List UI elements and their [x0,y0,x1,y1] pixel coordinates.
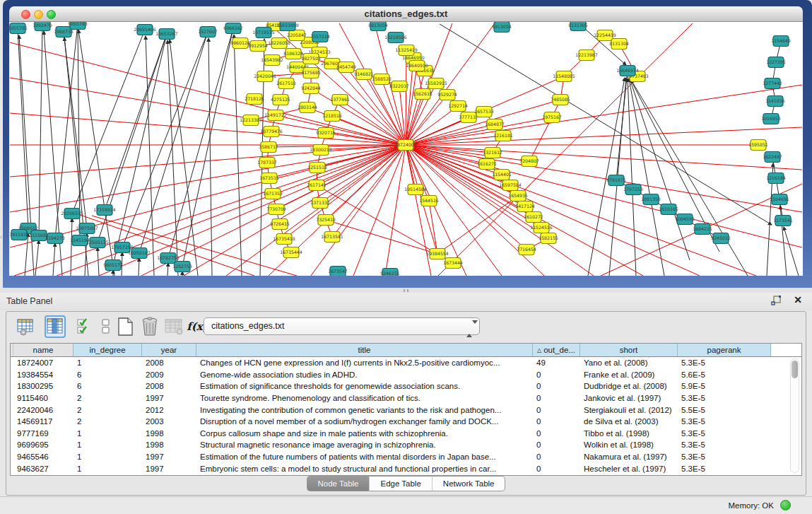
graph-node[interactable]: 7557224 [310,32,330,42]
graph-node[interactable]: 22420046 [254,71,276,82]
table-row[interactable]: 2242004622012Investigating the contribut… [11,404,801,416]
graph-node[interactable]: 3175685 [301,68,321,78]
graph-node[interactable]: 12213987 [575,50,598,61]
graph-node[interactable]: 9605177 [103,260,123,271]
column-header-out-degree[interactable]: △out_de... [533,344,580,356]
graph-node[interactable]: 6813054 [492,22,512,33]
graph-node[interactable]: 5417124 [515,201,535,212]
table-row[interactable]: 911546021997Tourette syndrome. Phenomeno… [11,392,801,404]
graph-node[interactable]: 1975167 [542,112,562,123]
float-panel-icon[interactable] [771,296,782,306]
graph-node[interactable]: 1292753 [172,262,192,272]
graph-node[interactable]: 11524516 [530,223,553,233]
graph-node[interactable]: 10719535 [252,28,275,38]
new-table-icon[interactable] [114,315,136,338]
graph-node[interactable]: 15582915 [425,78,447,89]
table-scrollbar[interactable] [790,358,799,473]
graph-node[interactable]: 1673547 [328,267,348,276]
node-table[interactable]: name in_degree year title △out_de... sho… [10,343,802,476]
graph-node[interactable]: 16713541 [321,232,343,243]
graph-node[interactable]: 11491722 [264,110,287,121]
graph-node[interactable]: 8131305 [568,22,588,31]
graph-node[interactable]: 16958107 [128,248,151,259]
graph-node[interactable]: 16646974 [616,66,639,76]
graph-node[interactable]: 8322037 [389,81,409,92]
graph-node[interactable]: 16543982 [261,55,283,66]
graph-node[interactable]: 1544516 [419,196,439,206]
table-row[interactable]: 977716911998Corpus callosum shape and si… [11,428,801,440]
graph-node[interactable]: 1016953 [761,114,781,124]
graph-node[interactable]: 1684877 [485,119,505,130]
graph-node[interactable]: 4275125 [271,95,290,105]
graph-node[interactable]: 1154849 [771,36,791,47]
row-height-icon[interactable] [95,315,117,338]
table-row[interactable]: 946554611997Estimation of the future num… [11,451,801,463]
graph-node[interactable]: 12213387 [240,115,262,126]
tab-network-table[interactable]: Network Table [432,476,506,491]
scrollbar-thumb[interactable] [792,361,798,378]
graph-node[interactable]: 1292714 [448,101,468,112]
graph-node[interactable]: 1616275 [477,159,497,170]
graph-node[interactable]: 9146821 [354,69,374,80]
graph-node[interactable]: 2617510 [276,78,296,89]
graph-node[interactable]: 17359924 [93,205,116,216]
graph-node[interactable]: 7325418 [316,215,336,226]
show-column-icon[interactable] [45,315,66,338]
graph-node[interactable]: 12505135 [86,238,109,248]
table-row[interactable]: 1872400712008Changes of HCN gene express… [11,357,801,369]
graph-node[interactable]: 9860124 [230,38,250,49]
graph-node[interactable]: 1216184 [766,173,786,184]
graph-node[interactable]: 16735418 [273,234,295,245]
window-titlebar[interactable]: citations_edges.txt [9,6,803,22]
graph-node[interactable]: 11325419 [395,45,418,56]
graph-node[interactable]: 9827503 [301,54,321,64]
graph-node[interactable]: 8454749 [336,62,356,73]
graph-node[interactable]: 1622487 [763,152,782,163]
graph-node[interactable]: 1104691 [770,194,789,205]
graph-node[interactable]: 8813054 [368,22,388,31]
graph-node[interactable]: 2803144 [298,103,317,113]
graph-node[interactable]: 1141836 [765,96,785,107]
graph-node[interactable]: 1673444 [443,258,463,269]
graph-node[interactable]: 1562615 [413,89,433,100]
graph-node[interactable]: 10653267 [155,29,178,40]
graph-node[interactable]: 1527607 [198,27,218,37]
delete-icon[interactable] [139,315,160,338]
horizontal-splitter[interactable] [0,288,812,293]
tab-edge-table[interactable]: Edge Table [369,476,431,491]
graph-node[interactable]: 1595851 [748,140,768,151]
graph-node[interactable]: 1654935 [508,191,528,201]
network-window[interactable]: citations_edges.txt 18724007220805812774… [3,0,812,288]
graph-node[interactable]: 1094593 [675,214,695,225]
graph-node[interactable]: 2055785 [9,23,28,34]
table-mode-icon[interactable] [15,315,36,338]
table-row[interactable]: 969969511998Structural magnetic resonanc… [11,439,801,451]
splitpane-collapse-icon[interactable]: ‹ [0,233,2,240]
graph-node[interactable]: 15033809 [276,22,299,31]
table-selector-dropdown[interactable]: citations_edges.txt [204,317,480,335]
graph-node[interactable]: 8186328 [283,49,303,59]
graph-node[interactable]: 16597584 [499,180,522,191]
graph-node[interactable]: 9320716 [316,128,336,139]
graph-node[interactable]: 2205847 [287,30,307,41]
graph-node[interactable]: 6966162 [223,23,243,34]
graph-node[interactable]: 1194273 [45,233,65,244]
graph-node[interactable]: 3586717 [259,142,278,153]
graph-node[interactable]: 1673515 [259,173,279,184]
graph-node[interactable]: 6791975 [606,175,626,186]
graph-node[interactable]: 19384554 [426,249,449,259]
graph-node[interactable]: 1321612 [483,148,502,158]
graph-node[interactable]: 18226058 [268,38,290,49]
graph-node[interactable]: 1610272 [524,212,543,223]
select-rows-icon[interactable] [74,315,95,338]
delete-table-icon[interactable] [163,315,184,338]
column-header-in-degree[interactable]: in_degree [73,344,142,356]
graph-node[interactable]: 13218506 [384,33,407,43]
tab-node-table[interactable]: Node Table [307,476,370,491]
graph-node[interactable]: 9529274 [437,90,457,100]
graph-node[interactable]: 1787337 [257,158,277,168]
graph-node[interactable]: 1588520 [372,74,392,85]
graph-node[interactable]: 1277442 [763,78,782,89]
graph-node[interactable]: 18724007 [394,140,417,151]
graph-node[interactable]: 7204807 [519,156,539,167]
